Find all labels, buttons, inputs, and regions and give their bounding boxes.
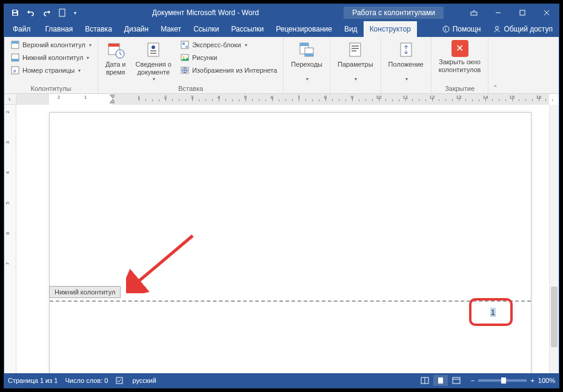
footer-button[interactable]: Нижний колонтитул▾: [8, 51, 94, 64]
window-controls: [462, 7, 559, 19]
svg-rect-24: [185, 45, 188, 48]
svg-rect-34: [351, 45, 359, 47]
document-workspace: L 1234567891011121314151617 12 234567 Ни…: [4, 94, 559, 373]
vertical-ruler[interactable]: 234567: [4, 105, 16, 373]
share-button[interactable]: Общий доступ: [487, 25, 559, 33]
collapse-ribbon-icon[interactable]: ⌃: [488, 37, 502, 93]
close-icon[interactable]: [535, 7, 559, 19]
svg-rect-33: [350, 43, 361, 56]
document-canvas[interactable]: Нижний колонтитул 1: [16, 105, 549, 373]
new-doc-icon[interactable]: [55, 5, 70, 20]
svg-point-19: [152, 45, 155, 49]
qat-dropdown-icon[interactable]: ▾: [71, 5, 79, 20]
vertical-scrollbar[interactable]: [549, 105, 559, 373]
ribbon-options-icon[interactable]: [462, 7, 486, 19]
zoom-slider[interactable]: [478, 379, 527, 382]
maximize-icon[interactable]: [510, 7, 535, 19]
spellcheck-icon[interactable]: [115, 376, 125, 385]
zoom-in-icon[interactable]: +: [530, 377, 534, 384]
online-pictures-button[interactable]: Изображения из Интернета: [178, 64, 279, 76]
zoom-level[interactable]: 100%: [538, 377, 555, 384]
group-options: Параметры▾: [330, 37, 381, 93]
page[interactable]: Нижний колонтитул 1: [49, 112, 531, 373]
left-indent-icon[interactable]: [110, 99, 115, 104]
tab-references[interactable]: Ссылки: [187, 21, 225, 37]
quick-parts-button[interactable]: Экспресс-блоки▾: [178, 39, 279, 51]
status-word-count[interactable]: Число слов: 0: [65, 377, 108, 384]
goto-button[interactable]: Переходы▾: [287, 39, 326, 84]
chevron-down-icon: ▾: [87, 55, 89, 61]
svg-rect-16: [108, 44, 119, 47]
goto-icon: [297, 40, 316, 59]
tab-view[interactable]: Вид: [338, 21, 364, 37]
first-line-indent-icon[interactable]: [110, 95, 115, 99]
annotation-arrow-icon: [126, 233, 199, 293]
online-pictures-icon: [180, 65, 190, 75]
status-page[interactable]: Страница 1 из 1: [8, 377, 58, 384]
view-mode-buttons: [418, 375, 464, 386]
tab-insert[interactable]: Вставка: [79, 21, 118, 37]
zoom-out-icon[interactable]: −: [471, 377, 475, 384]
group-header-footer: Верхний колонтитул▾ Нижний колонтитул▾ #…: [4, 37, 98, 93]
group-position: Положение▾: [381, 37, 431, 93]
doc-info-button[interactable]: Сведения о документе▾: [132, 39, 175, 84]
options-button[interactable]: Параметры▾: [334, 39, 377, 84]
tab-layout[interactable]: Макет: [155, 21, 187, 37]
horizontal-ruler[interactable]: 1234567891011121314151617 12: [16, 94, 549, 105]
footer-icon: [10, 53, 20, 62]
svg-rect-10: [12, 41, 19, 44]
doc-info-icon: [144, 40, 163, 59]
svg-point-26: [182, 56, 184, 58]
svg-point-7: [445, 27, 445, 27]
ruler-corner[interactable]: L: [4, 94, 16, 105]
tab-design[interactable]: Дизайн: [118, 21, 155, 37]
chevron-down-icon: ▾: [306, 76, 308, 82]
date-time-button[interactable]: Дата и время: [102, 39, 130, 78]
tab-designer-context[interactable]: Конструктор: [364, 21, 417, 37]
footer-boundary: [50, 301, 531, 302]
page-number-button[interactable]: #Номер страницы▾: [8, 64, 94, 76]
close-header-footer-button[interactable]: ✕ Закрыть окно колонтитулов: [435, 39, 485, 75]
status-language[interactable]: русский: [132, 377, 156, 384]
svg-rect-23: [182, 42, 185, 45]
date-time-icon: [106, 40, 125, 59]
print-layout-icon[interactable]: [433, 375, 448, 386]
position-icon: [396, 40, 416, 59]
svg-rect-32: [305, 53, 313, 56]
tab-file[interactable]: Файл: [4, 21, 39, 37]
word-window: ▾ Документ Microsoft Word - Word Работа …: [4, 4, 559, 388]
group-label: Вставка: [102, 84, 279, 92]
read-mode-icon[interactable]: [418, 375, 432, 386]
svg-point-6: [443, 26, 449, 32]
page-number-icon: #: [10, 65, 20, 75]
window-title: Документ Microsoft Word - Word: [79, 8, 344, 17]
undo-icon[interactable]: [24, 5, 38, 20]
save-icon[interactable]: [8, 5, 22, 20]
tab-review[interactable]: Рецензирование: [270, 21, 338, 37]
annotation-highlight: [469, 298, 513, 326]
pictures-button[interactable]: Рисунки: [178, 51, 279, 64]
group-label: Колонтитулы: [8, 84, 94, 92]
group-navigation: Переходы▾: [284, 37, 330, 93]
tell-me-label: Помощн: [453, 25, 481, 33]
chevron-down-icon: ▾: [405, 76, 408, 82]
position-button[interactable]: Положение▾: [385, 39, 427, 84]
share-label: Общий доступ: [504, 25, 553, 33]
chevron-down-icon: ▾: [245, 42, 247, 48]
hruler-right-area: 1234567891011121314151617: [112, 94, 549, 105]
redo-icon[interactable]: [39, 5, 54, 20]
scrollbar-thumb[interactable]: [551, 287, 558, 347]
web-layout-icon[interactable]: [449, 375, 464, 386]
header-icon: [10, 40, 20, 50]
tab-home[interactable]: Главная: [39, 21, 79, 37]
header-button[interactable]: Верхний колонтитул▾: [8, 39, 94, 51]
svg-rect-5: [520, 10, 525, 15]
svg-point-8: [496, 27, 499, 30]
tab-mailings[interactable]: Рассылки: [225, 21, 270, 37]
footer-label-tab[interactable]: Нижний колонтитул: [49, 286, 121, 298]
minimize-icon[interactable]: [486, 7, 510, 19]
titlebar: ▾ Документ Microsoft Word - Word Работа …: [4, 4, 559, 21]
tell-me-button[interactable]: Помощн: [436, 25, 487, 33]
group-insert: Дата и время Сведения о документе▾ Экспр…: [98, 37, 284, 93]
svg-line-38: [135, 236, 193, 284]
